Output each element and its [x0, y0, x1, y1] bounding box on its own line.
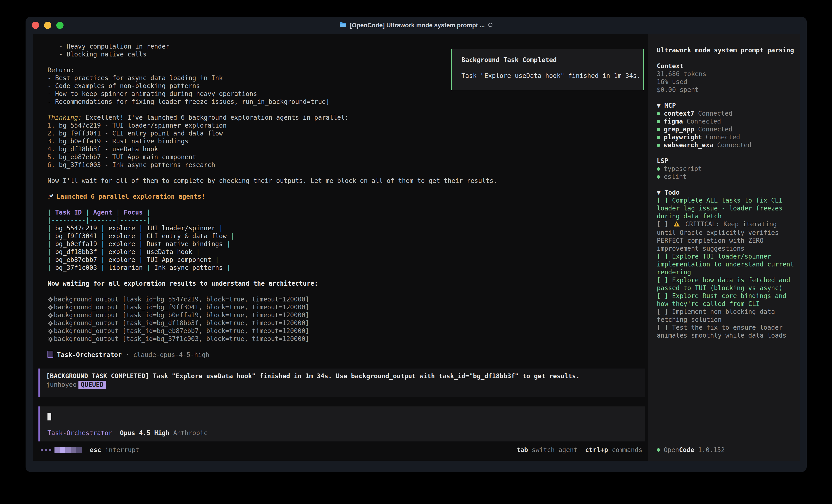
tool-call-line: background_output [task_id=bg_f9ff3041, … [48, 303, 497, 311]
tool-call-line: background_output [task_id=bg_eb87ebb7, … [48, 327, 497, 335]
mcp-item: context7 Connected [657, 110, 799, 117]
table-row: | bg_b0effa19 | explore | Rust native bi… [48, 240, 497, 248]
todo-item: [ ] Explore how data is fetched and pass… [657, 276, 799, 292]
terminal-line: - Recommendations for fixing loader free… [48, 98, 497, 106]
completed-task-meta: junhoyeoQUEUED [46, 381, 106, 389]
table-row: | bg_eb87ebb7 | explore | TUI App compon… [48, 256, 497, 264]
todo-item: [ ] Test the fix to ensure loader animat… [657, 324, 799, 339]
folder-icon [339, 22, 346, 29]
terminal-window: [OpenCode] Ultrawork mode system prompt … [26, 17, 807, 472]
terminal-line [48, 200, 497, 208]
context-tokens: 31,686 tokens [657, 70, 799, 78]
zoom-button[interactable] [56, 22, 63, 29]
window-title: [OpenCode] Ultrawork mode system prompt … [339, 22, 493, 29]
terminal-line [48, 169, 497, 177]
version-number: 1.0.152 [698, 446, 725, 454]
online-dot-icon [657, 448, 660, 452]
context-used: 16% used [657, 78, 799, 86]
terminal-line: Now waiting for all exploration results … [48, 280, 497, 287]
table-row: | bg_5547c219 | explore | TUI loader/spi… [48, 224, 497, 232]
mcp-item: grep_app Connected [657, 125, 799, 133]
spinner-bar-icon [54, 447, 82, 453]
user-name: junhoyeo [46, 381, 77, 388]
queued-badge: QUEUED [78, 381, 106, 389]
brand-open: Open [664, 446, 679, 454]
terminal-line [48, 58, 497, 66]
agent-footer: Task-Orchestrator · claude-opus-4-5-high [48, 351, 497, 359]
connected-dot-icon [657, 175, 660, 178]
context-heading: Context [657, 62, 799, 70]
terminal-line [48, 343, 497, 351]
traffic-lights [32, 22, 63, 29]
terminal-line [48, 185, 497, 193]
table-row: | bg_df18bb3f | explore | useData hook | [48, 248, 497, 256]
table-header-row: | Task ID | Agent | Focus | [48, 208, 497, 216]
close-button[interactable] [32, 22, 39, 29]
terminal-line: - Blocking native calls [48, 50, 497, 58]
launch-banner: Launched 6 parallel exploration agents! [48, 193, 497, 200]
connected-dot-icon [657, 128, 660, 131]
mcp-item: figma Connected [657, 117, 799, 125]
todo-item: [ ] Complete ALL tasks to fix CLI loader… [657, 196, 799, 220]
connected-dot-icon [657, 120, 660, 123]
agent-list-item: 6. bg_37f1c003 - Ink async patterns rese… [48, 161, 497, 169]
session-title: Ultrawork mode system prompt parsing [657, 46, 799, 54]
agent-icon [48, 351, 53, 358]
agent-name[interactable]: Task-Orchestrator [48, 429, 112, 437]
agent-model-row: Task-Orchestrator Opus 4.5 High Anthropi… [48, 429, 208, 437]
todo-section-header[interactable]: ▼ Todo [657, 189, 799, 196]
todo-item: [ ] Explore Rust core bindings and how t… [657, 292, 799, 308]
lsp-item: typescript [657, 165, 799, 173]
cmd-key-label: commands [612, 446, 642, 454]
mcp-item: playwright Connected [657, 133, 799, 141]
lsp-section-header: LSP [657, 157, 799, 165]
tool-call-line: background_output [task_id=bg_37f1c003, … [48, 335, 497, 343]
lsp-list: typescripteslint [657, 165, 799, 180]
tab-key-hint: tab [517, 446, 528, 454]
terminal-line: - Code examples of non-blocking patterns [48, 82, 497, 90]
tool-call-line: background_output [task_id=bg_5547c219, … [48, 296, 497, 303]
agent-list-item: 3. bg_b0effa19 - Rust native bindings [48, 137, 497, 145]
sidebar: Ultrawork mode system prompt parsing Con… [648, 34, 800, 460]
connected-dot-icon [657, 167, 660, 171]
terminal-line: - How to keep spinner animating during h… [48, 90, 497, 98]
text-cursor [48, 413, 51, 420]
todo-item: [ ] CRITICAL: Keep iterating until Oracl… [657, 220, 799, 252]
agent-list-item: 4. bg_df18bb3f - useData hook [48, 145, 497, 153]
minimize-button[interactable] [44, 22, 51, 29]
window-title-text: [OpenCode] Ultrawork mode system prompt … [350, 22, 485, 29]
background-task-toast[interactable]: Background Task Completed Task "Explore … [451, 49, 644, 90]
terminal-line: - Best practices for async data loading … [48, 74, 497, 82]
completed-task-message: [BACKGROUND TASK COMPLETED] Task "Explor… [38, 368, 645, 397]
sidebar-content: Ultrawork mode system prompt parsing Con… [657, 46, 799, 339]
model-name[interactable]: Opus 4.5 High [120, 429, 170, 437]
tool-call-line: background_output [task_id=bg_b0effa19, … [48, 311, 497, 319]
todo-item: [ ] Explore TUI loader/spinner implement… [657, 252, 799, 276]
context-spent: $0.00 spent [657, 86, 799, 94]
completed-task-text: [BACKGROUND TASK COMPLETED] Task "Explor… [46, 372, 580, 380]
todo-list: [ ] Complete ALL tasks to fix CLI loader… [657, 196, 799, 339]
tool-call-line: background_output [task_id=bg_df18bb3f, … [48, 319, 497, 327]
mcp-item: websearch_exa Connected [657, 141, 799, 149]
cmd-key-hint: ctrl+p [585, 446, 608, 454]
terminal-line: Now I'll wait for all of them to complet… [48, 177, 497, 185]
table-row: | bg_37f1c003 | librarian | Ink async pa… [48, 264, 497, 272]
title-bar: [OpenCode] Ultrawork mode system prompt … [26, 17, 807, 34]
thinking-line: Thinking: Excellent! I've launched 6 bac… [48, 114, 497, 121]
mcp-section-header[interactable]: ▼ MCP [657, 102, 799, 110]
terminal-line: - Heavy computation in render [48, 43, 497, 50]
status-bar-left: esc interrupt [41, 446, 139, 454]
agent-list-item: 2. bg_f9ff3041 - CLI entry point and dat… [48, 130, 497, 137]
prompt-input[interactable]: Task-Orchestrator Opus 4.5 High Anthropi… [38, 407, 645, 442]
provider-name: Anthropic [173, 429, 208, 437]
table-separator-row: |---------|-------|-------| [48, 216, 497, 224]
esc-key-hint: esc [90, 446, 101, 454]
conversation-pane: - Heavy computation in render - Blocking… [33, 34, 648, 460]
toast-body: Task "Explore useData hook" finished in … [462, 72, 641, 80]
terminal-line [48, 287, 497, 296]
lsp-item: eslint [657, 173, 799, 180]
status-ring-icon [488, 22, 493, 29]
app-version: OpenCode 1.0.152 [657, 446, 725, 454]
terminal-line [48, 272, 497, 280]
warning-icon [673, 221, 680, 229]
